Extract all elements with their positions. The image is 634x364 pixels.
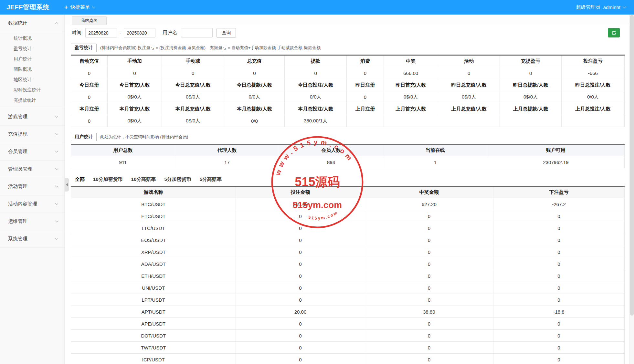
profit-header-cell: 昨日注册 xyxy=(347,79,384,91)
game-cell: 0 xyxy=(236,294,365,306)
game-filter-tab-3[interactable]: 5分加密货币 xyxy=(160,175,195,184)
content: 盈亏统计 (排除内部会员数据) 投注盈亏 = (投注消费金额-返奖金额) 充提盈… xyxy=(65,40,634,364)
sidebar-group-8[interactable]: 系统管理 xyxy=(0,230,64,248)
game-cell: ETC/USDT xyxy=(71,210,236,222)
game-cell: 0 xyxy=(236,210,365,222)
sidebar-collapse-handle[interactable] xyxy=(65,178,69,192)
game-cell: 0 xyxy=(493,354,625,364)
profit-header-cell: 手动减 xyxy=(162,55,224,67)
sidebar-group-4[interactable]: 管理员管理 xyxy=(0,161,64,178)
profit-header-cell: 中奖 xyxy=(384,55,438,67)
profit-header-cell: 上月首充/人数 xyxy=(384,103,438,115)
user-value-cell: 894 xyxy=(279,156,383,168)
date-to-input[interactable] xyxy=(124,28,155,37)
sidebar-group-7[interactable]: 运维管理 xyxy=(0,213,64,230)
game-cell: 0 xyxy=(493,234,625,246)
profit-value-cell: 666.00 xyxy=(384,67,438,79)
game-cell: 0 xyxy=(236,246,365,258)
chevron-down-icon xyxy=(55,202,58,205)
sidebar-subitem[interactable]: 充提款统计 xyxy=(0,95,64,105)
game-filter-tab-1[interactable]: 10分加密货币 xyxy=(89,175,127,184)
username-input[interactable] xyxy=(181,28,213,37)
chevron-down-icon xyxy=(92,5,95,8)
profit-value-row: 00$/0人0$/0人0/0人0/0人00$/0人0$/0人0$/0人0/0人 xyxy=(71,91,625,103)
game-cell: 0 xyxy=(493,222,625,234)
sidebar-subitem[interactable]: 盈亏统计 xyxy=(0,43,64,54)
game-cell: 360.00 xyxy=(236,198,365,210)
profit-header-cell: 上月注册 xyxy=(347,103,384,115)
profit-header-cell: 手动加 xyxy=(108,55,162,67)
game-cell: 0 xyxy=(236,234,365,246)
collapse-arrow-icon xyxy=(66,183,68,186)
user-header-cell: 会员人数 xyxy=(279,144,383,156)
game-row: ETH/USDT000 xyxy=(71,270,625,282)
game-filter-tabs: 全部10分加密货币10分高赔率5分加密货币5分高赔率 xyxy=(71,175,625,184)
filter-bar: 时间: - 用户名: 查询 xyxy=(65,25,634,40)
sidebar-group-5[interactable]: 活动管理 xyxy=(0,178,64,195)
sidebar: 数据统计统计概况盈亏统计用户统计团队概况地区统计彩种投注统计充提款统计游戏管理充… xyxy=(0,15,65,364)
profit-value-cell xyxy=(561,115,624,127)
date-from-input[interactable] xyxy=(85,28,117,37)
sidebar-group-label: 活动内容管理 xyxy=(8,201,37,207)
game-header-row: 游戏名称投注金额中奖金额下注盈亏 xyxy=(71,186,625,198)
chevron-down-icon xyxy=(55,132,58,135)
user-stats-table: 用户总数 代理人数 会员人数 当前在线 账户可用 911 17 894 1 23… xyxy=(71,144,625,168)
game-filter-tab-4[interactable]: 5分高赔率 xyxy=(195,175,226,184)
game-cell: -267.2 xyxy=(493,198,625,210)
game-cell: 0 xyxy=(493,330,625,342)
profit-value-cell xyxy=(384,115,438,127)
sidebar-group-2[interactable]: 充值提现 xyxy=(0,126,64,143)
tab-my-desktop[interactable]: 我的桌面 xyxy=(72,16,107,25)
game-row: LPT/USDT000 xyxy=(71,294,625,306)
sidebar-subitem[interactable]: 用户统计 xyxy=(0,54,64,64)
sidebar-subitem[interactable]: 彩种投注统计 xyxy=(0,85,64,95)
profit-value-row: 000000666.0000-666 xyxy=(71,67,625,79)
search-button[interactable]: 查询 xyxy=(217,28,236,38)
game-header-cell: 下注盈亏 xyxy=(493,186,625,198)
sidebar-subitem[interactable]: 团队概况 xyxy=(0,64,64,74)
profit-section-head: 盈亏统计 (排除内部会员数据) 投注盈亏 = (投注消费金额-返奖金额) 充提盈… xyxy=(71,44,625,52)
scrollbar-thumb[interactable] xyxy=(630,15,634,316)
user-menu[interactable]: 超级管理员 adminht xyxy=(576,0,634,15)
quick-menu-button[interactable]: + 快捷菜单 xyxy=(59,0,100,15)
scrollbar-track[interactable] xyxy=(629,15,634,364)
main-area: 我的桌面 时间: - 用户名: 查询 盈亏统计 (排除内部会员数据) 投注盈亏 … xyxy=(65,15,634,364)
profit-header-cell: 提款 xyxy=(285,55,347,67)
profit-table: 自动充值手动加手动减总充值提款消费中奖活动充提盈亏投注盈亏000000666.0… xyxy=(71,55,625,127)
sidebar-subitem[interactable]: 地区统计 xyxy=(0,74,64,85)
game-row: EOS/USDT000 xyxy=(71,234,625,246)
user-section-head: 用户统计 此处为总计，不受查询时间影响 (排除内部会员) xyxy=(71,133,625,141)
profit-value-row: 00$/0人0$/0人0/0380.00/1人 xyxy=(71,115,625,127)
refresh-button[interactable] xyxy=(608,28,620,37)
sidebar-group-1[interactable]: 游戏管理 xyxy=(0,108,64,126)
profit-value-cell: 0 xyxy=(71,115,108,127)
game-filter-tab-2[interactable]: 10分高赔率 xyxy=(127,175,160,184)
profit-value-cell: 0$/0人 xyxy=(108,115,162,127)
user-header-cell: 代理人数 xyxy=(175,144,279,156)
topbar: JEFF管理系统 + 快捷菜单 超级管理员 adminht xyxy=(0,0,634,15)
chevron-down-icon xyxy=(623,5,626,8)
user-value-cell: 1 xyxy=(383,156,487,168)
game-cell: 0 xyxy=(493,318,625,330)
profit-header-cell: 今日总充值/人数 xyxy=(162,79,224,91)
game-row: XRP/USDT000 xyxy=(71,246,625,258)
chevron-down-icon xyxy=(55,150,58,153)
profit-header-cell: 投注盈亏 xyxy=(561,55,624,67)
sidebar-group-6[interactable]: 活动内容管理 xyxy=(0,195,64,213)
game-cell: UNI/USDT xyxy=(71,282,236,294)
game-filter-tab-0[interactable]: 全部 xyxy=(71,175,89,184)
sidebar-group-label: 数据统计 xyxy=(8,20,27,26)
game-cell: EOS/USDT xyxy=(71,234,236,246)
game-cell: 0 xyxy=(365,342,493,354)
profit-header-row: 本月注册本月首充/人数本月总充值/人数本月总提款/人数本月总投注/人数上月注册上… xyxy=(71,103,625,115)
sidebar-group-0[interactable]: 数据统计 xyxy=(0,15,64,32)
profit-header-cell: 上月总提款/人数 xyxy=(500,103,561,115)
sidebar-subitem[interactable]: 统计概况 xyxy=(0,33,64,43)
game-cell: 0 xyxy=(365,318,493,330)
profit-header-cell: 自动充值 xyxy=(71,55,108,67)
sidebar-group-3[interactable]: 会员管理 xyxy=(0,143,64,161)
profit-header-cell: 活动 xyxy=(438,55,500,67)
profit-header-row: 自动充值手动加手动减总充值提款消费中奖活动充提盈亏投注盈亏 xyxy=(71,55,625,67)
game-cell: 0 xyxy=(365,330,493,342)
profit-header-cell: 本月注册 xyxy=(71,103,108,115)
